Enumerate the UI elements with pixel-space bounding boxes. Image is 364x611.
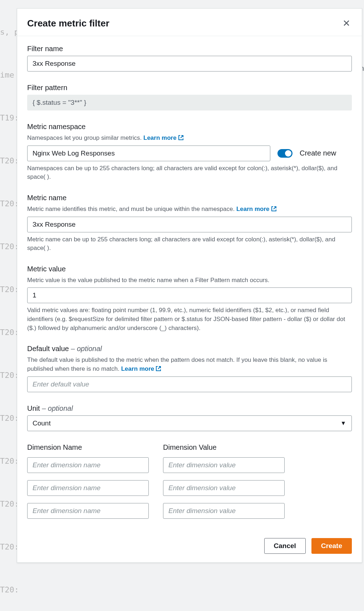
modal-title: Create metric filter: [27, 18, 109, 29]
default-value-desc: The default value is published to the me…: [27, 356, 352, 373]
unit-label: Unit – optional: [27, 404, 352, 413]
metric-namespace-help: Namespaces can be up to 255 characters l…: [27, 164, 352, 182]
metric-namespace-desc-text: Namespaces let you group similar metrics…: [27, 134, 143, 141]
default-value-input[interactable]: [27, 376, 352, 392]
dimension-name-input-1[interactable]: [27, 480, 149, 496]
dimensions-field: Dimension Name Dimension Value: [27, 443, 352, 526]
metric-value-field: Metric value Metric value is the value p…: [27, 265, 352, 333]
filter-name-input[interactable]: [27, 56, 352, 72]
metric-namespace-input[interactable]: [27, 146, 270, 161]
metric-name-field: Metric name Metric name identifies this …: [27, 194, 352, 253]
dimension-value-column: Dimension Value: [163, 443, 285, 526]
unit-field: Unit – optional ▼: [27, 404, 352, 431]
dimension-value-label: Dimension Value: [163, 443, 285, 452]
dimension-value-input-1[interactable]: [163, 480, 285, 496]
filter-name-field: Filter name: [27, 45, 352, 72]
dimension-value-input-2[interactable]: [163, 503, 285, 519]
default-value-learn-more-link[interactable]: Learn more: [121, 365, 162, 372]
metric-name-input[interactable]: [27, 217, 352, 232]
metric-name-help: Metric name can be up to 255 characters …: [27, 235, 352, 253]
metric-namespace-label: Metric namespace: [27, 123, 352, 131]
metric-namespace-desc: Namespaces let you group similar metrics…: [27, 134, 352, 143]
modal-header: Create metric filter ✕: [17, 9, 362, 36]
external-link-icon: [178, 134, 184, 140]
metric-value-help: Valid metric values are: floating point …: [27, 306, 352, 332]
external-link-icon: [271, 206, 277, 211]
dimension-value-input-0[interactable]: [163, 457, 285, 473]
unit-select[interactable]: [27, 415, 352, 431]
filter-pattern-label: Filter pattern: [27, 84, 352, 92]
metric-name-label: Metric name: [27, 194, 352, 202]
metric-name-learn-more-link[interactable]: Learn more: [236, 206, 277, 212]
dimension-name-input-2[interactable]: [27, 503, 149, 519]
metric-name-desc: Metric name identifies this metric, and …: [27, 205, 352, 214]
metric-value-desc: Metric value is the value published to t…: [27, 276, 352, 285]
cancel-button[interactable]: Cancel: [264, 538, 306, 554]
dimension-name-input-0[interactable]: [27, 457, 149, 473]
metric-namespace-learn-more-link[interactable]: Learn more: [143, 134, 184, 141]
modal-footer: Cancel Create: [17, 537, 362, 562]
create-new-namespace-toggle[interactable]: [277, 149, 292, 158]
metric-name-desc-text: Metric name identifies this metric, and …: [27, 206, 236, 212]
default-value-desc-text: The default value is published to the me…: [27, 356, 327, 372]
external-link-icon: [156, 365, 161, 371]
close-icon[interactable]: ✕: [341, 17, 352, 29]
create-metric-filter-modal: Create metric filter ✕ Filter name Filte…: [17, 8, 362, 563]
metric-value-label: Metric value: [27, 265, 352, 273]
metric-value-input[interactable]: [27, 287, 352, 303]
create-new-namespace-label: Create new: [300, 149, 336, 157]
modal-body: Filter name Filter pattern { $.status = …: [17, 36, 362, 537]
filter-pattern-field: Filter pattern { $.status = "3**" }: [27, 84, 352, 110]
default-value-label: Default value – optional: [27, 345, 352, 353]
default-value-field: Default value – optional The default val…: [27, 345, 352, 392]
filter-name-label: Filter name: [27, 45, 352, 53]
dimension-name-column: Dimension Name: [27, 443, 149, 526]
filter-pattern-value: { $.status = "3**" }: [27, 95, 352, 110]
create-button[interactable]: Create: [311, 538, 352, 554]
metric-namespace-field: Metric namespace Namespaces let you grou…: [27, 123, 352, 182]
dimension-name-label: Dimension Name: [27, 443, 149, 452]
